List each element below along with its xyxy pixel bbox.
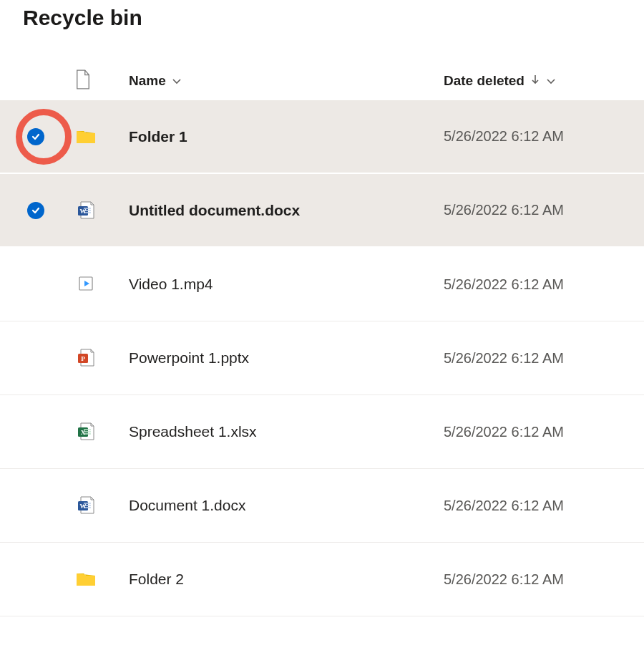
list-header: Name Date deleted [0, 69, 644, 100]
unchecked-circle-icon[interactable] [27, 497, 44, 514]
svg-text:W: W [80, 503, 87, 510]
row-date-cell: 5/26/2022 6:12 AM [444, 350, 644, 367]
folder-icon [75, 568, 98, 591]
unchecked-circle-icon[interactable] [27, 276, 44, 293]
column-header-date-deleted[interactable]: Date deleted [444, 73, 644, 89]
date-deleted: 5/26/2022 6:12 AM [444, 202, 564, 218]
row-name-cell[interactable]: Untitled document.docx [129, 202, 444, 219]
svg-text:X: X [81, 429, 86, 436]
row-select-cell[interactable] [0, 571, 72, 588]
date-deleted: 5/26/2022 6:12 AM [444, 350, 564, 366]
file-name: Video 1.mp4 [129, 276, 213, 292]
file-list: Name Date deleted [0, 69, 644, 616]
row-icon-cell [72, 568, 129, 591]
row-date-cell: 5/26/2022 6:12 AM [444, 128, 644, 145]
file-outline-icon [75, 69, 91, 92]
row-icon-cell [72, 125, 129, 148]
folder-icon [75, 125, 98, 148]
row-date-cell: 5/26/2022 6:12 AM [444, 276, 644, 293]
row-select-cell[interactable] [0, 128, 72, 145]
date-deleted: 5/26/2022 6:12 AM [444, 498, 564, 513]
file-name: Powerpoint 1.pptx [129, 349, 249, 366]
file-name: Folder 2 [129, 571, 184, 587]
list-row[interactable]: W Document 1.docx 5/26/2022 6:12 AM [0, 469, 644, 543]
row-date-cell: 5/26/2022 6:12 AM [444, 202, 644, 218]
date-deleted: 5/26/2022 6:12 AM [444, 276, 564, 292]
list-row[interactable]: W Untitled document.docx 5/26/2022 6:12 … [0, 174, 644, 248]
row-select-cell[interactable] [0, 423, 72, 440]
row-icon-cell [72, 273, 129, 296]
list-row[interactable]: X Spreadsheet 1.xlsx 5/26/2022 6:12 AM [0, 395, 644, 469]
row-icon-cell: P [72, 347, 129, 369]
page-title: Recycle bin [23, 6, 644, 30]
chevron-down-icon [172, 76, 182, 86]
file-name: Document 1.docx [129, 497, 245, 513]
column-header-type[interactable] [72, 69, 129, 92]
row-name-cell[interactable]: Powerpoint 1.pptx [129, 349, 444, 367]
video-file-icon [75, 273, 98, 296]
sort-descending-icon [530, 73, 540, 89]
word-document-icon: W [75, 494, 98, 517]
unchecked-circle-icon[interactable] [27, 423, 44, 440]
checked-circle-icon[interactable] [27, 202, 44, 219]
date-deleted: 5/26/2022 6:12 AM [444, 128, 564, 144]
file-name: Untitled document.docx [129, 202, 300, 218]
list-row[interactable]: P Powerpoint 1.pptx 5/26/2022 6:12 AM [0, 321, 644, 395]
row-date-cell: 5/26/2022 6:12 AM [444, 571, 644, 588]
row-select-cell[interactable] [0, 202, 72, 219]
row-icon-cell: X [72, 420, 129, 443]
unchecked-circle-icon[interactable] [27, 571, 44, 588]
list-row[interactable]: Video 1.mp4 5/26/2022 6:12 AM [0, 248, 644, 321]
svg-text:P: P [81, 355, 85, 362]
row-name-cell[interactable]: Video 1.mp4 [129, 276, 444, 293]
row-icon-cell: W [72, 494, 129, 517]
row-name-cell[interactable]: Folder 2 [129, 571, 444, 588]
excel-file-icon: X [75, 420, 98, 443]
file-name: Spreadsheet 1.xlsx [129, 423, 257, 440]
row-name-cell[interactable]: Spreadsheet 1.xlsx [129, 423, 444, 440]
column-header-name-label: Name [129, 73, 166, 89]
column-header-date-label: Date deleted [444, 73, 525, 89]
powerpoint-file-icon: P [75, 347, 98, 369]
row-icon-cell: W [72, 199, 129, 222]
date-deleted: 5/26/2022 6:12 AM [444, 424, 564, 440]
row-select-cell[interactable] [0, 349, 72, 367]
unchecked-circle-icon[interactable] [27, 349, 44, 367]
column-header-name[interactable]: Name [129, 73, 444, 89]
row-date-cell: 5/26/2022 6:12 AM [444, 498, 644, 514]
row-date-cell: 5/26/2022 6:12 AM [444, 424, 644, 440]
chevron-down-icon [546, 76, 556, 86]
date-deleted: 5/26/2022 6:12 AM [444, 571, 564, 587]
list-row[interactable]: Folder 2 5/26/2022 6:12 AM [0, 543, 644, 616]
svg-text:W: W [80, 208, 87, 215]
checked-circle-icon[interactable] [27, 128, 44, 145]
row-name-cell[interactable]: Document 1.docx [129, 497, 444, 514]
row-name-cell[interactable]: Folder 1 [129, 128, 444, 145]
list-row[interactable]: Folder 1 5/26/2022 6:12 AM [0, 100, 644, 174]
word-document-icon: W [75, 199, 98, 222]
row-select-cell[interactable] [0, 276, 72, 293]
file-name: Folder 1 [129, 128, 187, 145]
row-select-cell[interactable] [0, 497, 72, 514]
